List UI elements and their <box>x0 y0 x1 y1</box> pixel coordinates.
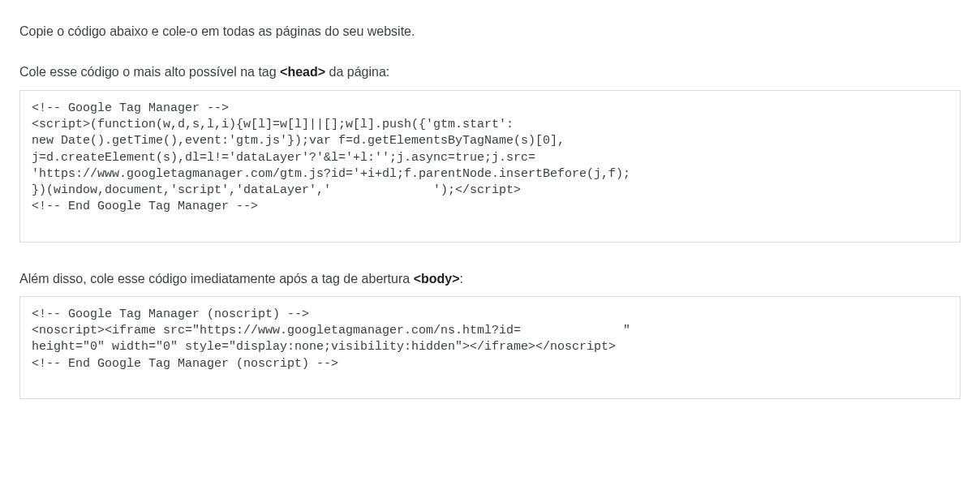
head-section-label: Cole esse código o mais alto possível na… <box>19 63 961 81</box>
head-label-before: Cole esse código o mais alto possível na… <box>19 65 280 79</box>
head-label-after: da página: <box>325 65 389 79</box>
body-label-after: : <box>460 272 463 286</box>
body-code-box[interactable]: <!-- Google Tag Manager (noscript) --> <… <box>19 296 961 399</box>
head-code-box[interactable]: <!-- Google Tag Manager --> <script>(fun… <box>19 90 961 243</box>
gtm-install-instructions: Copie o código abaixo e cole-o em todas … <box>0 0 980 419</box>
body-tag: <body> <box>414 272 460 286</box>
intro-text: Copie o código abaixo e cole-o em todas … <box>19 23 961 41</box>
body-section-label: Além disso, cole esse código imediatamen… <box>19 270 961 288</box>
head-tag: <head> <box>280 65 325 79</box>
body-label-before: Além disso, cole esse código imediatamen… <box>19 272 414 286</box>
